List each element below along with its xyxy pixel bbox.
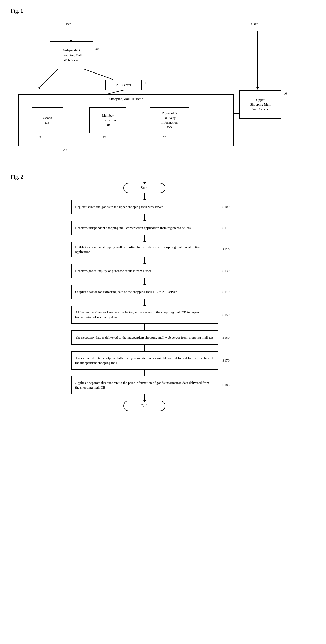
step-S180-box: Applies a separate discount rate to the … bbox=[71, 376, 218, 394]
fig1-label: Fig. 1 bbox=[11, 8, 315, 14]
fig1-diagram: User Independent Shopping Mall Web Serve… bbox=[11, 17, 315, 164]
step-S140-box: Outputs a factor for extracting date of … bbox=[71, 285, 218, 299]
fig2-section: Fig. 2 Start Register seller and goods i… bbox=[11, 174, 315, 411]
arrow-9 bbox=[144, 394, 145, 401]
svg-marker-9 bbox=[256, 87, 259, 90]
payment-db-num: 23 bbox=[163, 135, 166, 139]
step-S120-box: Builds independent shopping mall accordi… bbox=[71, 242, 218, 257]
step-S170-box: The delivered data is outputted after be… bbox=[71, 351, 218, 370]
arrow-8 bbox=[144, 370, 145, 376]
step-S150: API server receives and analyze the fact… bbox=[71, 306, 255, 324]
upper-server-box: Upper Shopping Mall Web Server bbox=[239, 90, 281, 119]
start-oval: Start bbox=[123, 183, 165, 193]
step-S120-label: S120 bbox=[222, 247, 230, 252]
step-S170-label: S170 bbox=[222, 358, 230, 363]
member-db-box: Member Information DB bbox=[89, 107, 126, 133]
step-S110-box: Receives independent shopping mall const… bbox=[71, 221, 218, 235]
user1-label: User bbox=[64, 22, 71, 26]
payment-db-box: Payment & Delivery Information DB bbox=[150, 107, 189, 133]
arrow-1 bbox=[144, 214, 145, 221]
step-S170: The delivered data is outputted after be… bbox=[71, 351, 255, 370]
arrow-6 bbox=[144, 324, 145, 330]
step-S110: Receives independent shopping mall const… bbox=[71, 221, 255, 235]
fig2-diagram: Start Register seller and goods in the u… bbox=[71, 183, 255, 411]
fig2-label: Fig. 2 bbox=[11, 174, 315, 180]
step-S130: Receives goods inquiry or purchase reque… bbox=[71, 264, 255, 278]
step-S100-box: Register seller and goods in the upper s… bbox=[71, 200, 218, 214]
step-S130-label: S130 bbox=[222, 269, 230, 273]
api-server-box: API Server bbox=[105, 80, 142, 90]
end-oval: End bbox=[123, 401, 165, 411]
fig1-section: Fig. 1 User In bbox=[11, 8, 315, 164]
step-S180: Applies a separate discount rate to the … bbox=[71, 376, 255, 394]
step-S130-box: Receives goods inquiry or purchase reque… bbox=[71, 264, 218, 278]
independent-server-box: Independent Shopping Mall Web Server bbox=[50, 41, 93, 69]
api-server-num: 40 bbox=[144, 81, 147, 85]
upper-server-num: 10 bbox=[283, 91, 287, 96]
step-S100: Register seller and goods in the upper s… bbox=[71, 200, 255, 214]
member-db-num: 22 bbox=[103, 135, 106, 139]
arrow-7 bbox=[144, 345, 145, 351]
step-S160: The necessary date is delivered to the i… bbox=[71, 330, 255, 345]
step-S150-label: S150 bbox=[222, 313, 230, 317]
db-num: 20 bbox=[63, 148, 67, 152]
goods-db-box: Goods DB bbox=[32, 107, 63, 133]
svg-line-4 bbox=[39, 69, 58, 87]
arrow-5 bbox=[144, 299, 145, 306]
step-S100-label: S100 bbox=[222, 205, 230, 209]
step-S160-box: The necessary date is delivered to the i… bbox=[71, 330, 218, 345]
start-oval-wrapper: Start bbox=[71, 183, 255, 193]
svg-line-2 bbox=[84, 69, 113, 80]
step-S110-label: S110 bbox=[222, 226, 229, 230]
step-S140: Outputs a factor for extracting date of … bbox=[71, 285, 255, 299]
step-S140-label: S140 bbox=[222, 290, 230, 294]
arrow-4 bbox=[144, 278, 145, 285]
user2-label: User bbox=[251, 22, 258, 26]
step-S150-box: API server receives and analyze the fact… bbox=[71, 306, 218, 324]
step-S160-label: S160 bbox=[222, 336, 230, 340]
step-S120: Builds independent shopping mall accordi… bbox=[71, 242, 255, 257]
independent-server-num: 30 bbox=[95, 47, 99, 51]
end-oval-wrapper: End bbox=[71, 401, 255, 411]
svg-marker-5 bbox=[38, 87, 40, 90]
arrow-0 bbox=[144, 193, 145, 200]
arrow-3 bbox=[144, 257, 145, 264]
goods-db-num: 21 bbox=[39, 135, 43, 139]
step-S180-label: S180 bbox=[222, 383, 230, 387]
arrow-2 bbox=[144, 235, 145, 242]
